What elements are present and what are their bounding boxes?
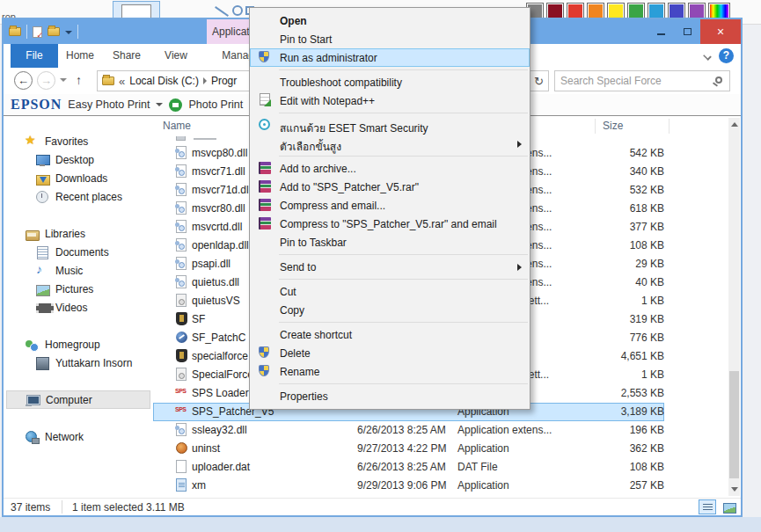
new-folder-icon[interactable] <box>48 27 60 36</box>
details-view-button[interactable] <box>699 499 716 514</box>
photo-print-button[interactable]: Photo Print <box>188 98 243 111</box>
tab-view[interactable]: View <box>151 44 201 68</box>
sidebar-item-computer[interactable]: Computer <box>6 390 150 409</box>
folder-icon[interactable] <box>9 27 21 36</box>
sidebar-item-label: Pictures <box>55 283 93 295</box>
file-name: SPS Loader <box>192 387 249 399</box>
back-button[interactable]: ← <box>14 71 33 90</box>
epson-dropdown-chevron-icon[interactable] <box>156 103 163 106</box>
file-row-xm[interactable]: xm9/29/2013 9:06 PMApplication257 KB <box>153 477 730 495</box>
menu-item-compress-to-sps-patcher-v5-rar-and-email[interactable]: Compress to "SPS_Patcher_V5.rar" and ema… <box>250 215 530 233</box>
menu-item-troubleshoot-compatibility[interactable]: Troubleshoot compatibility <box>250 73 530 91</box>
menu-item-edit-with-notepad[interactable]: Edit with Notepad++ <box>250 91 530 110</box>
menu-item-open[interactable]: Open <box>250 11 530 30</box>
menu-item-pin-to-start[interactable]: Pin to Start <box>250 30 530 48</box>
menu-item-item[interactable]: ตัวเลือกขั้นสูง <box>250 135 530 153</box>
column-header-name[interactable]: Name <box>163 120 191 132</box>
sidebar-item-yuttakarn-insorn[interactable]: Yuttakarn Insorn <box>4 353 153 372</box>
ellipse-tool-icon[interactable] <box>232 5 243 16</box>
sidebar-item-documents[interactable]: Documents <box>4 243 153 261</box>
tab-share[interactable]: Share <box>102 44 151 68</box>
file-row-ssleay32-dll[interactable]: ssleay32.dll6/26/2013 8:25 AMApplication… <box>153 421 730 440</box>
menu-item-eset-smart-security[interactable]: สแกนด้วย ESET Smart Security <box>250 116 530 135</box>
epson-toolbar-label[interactable]: Easy Photo Print <box>68 98 150 111</box>
recent-icon <box>35 190 49 204</box>
file-name: uploader.dat <box>192 461 250 473</box>
line-tool-icon[interactable] <box>215 6 229 17</box>
menu-item-cut[interactable]: Cut <box>250 282 530 301</box>
sidebar-item-desktop[interactable]: Desktop <box>4 150 153 169</box>
collapse-ribbon-chevron-icon[interactable] <box>703 52 712 61</box>
maximize-button[interactable] <box>674 19 700 44</box>
tab-home[interactable]: Home <box>58 44 102 68</box>
breadcrumb-disk[interactable]: Local Disk (C:) <box>129 75 199 87</box>
chevron-right-icon[interactable] <box>203 77 207 84</box>
file-name: msvcr80.dll <box>192 202 245 215</box>
config-file-icon <box>176 368 187 381</box>
file-size: 108 KB <box>567 461 664 473</box>
close-button[interactable]: × <box>700 19 741 44</box>
sidebar-item-pictures[interactable]: Pictures <box>4 280 153 298</box>
file-size: 362 KB <box>567 442 664 455</box>
tab-file[interactable]: File <box>11 44 58 68</box>
sidebar-item-recent-places[interactable]: Recent places <box>4 187 153 206</box>
search-box[interactable] <box>554 70 730 91</box>
submenu-arrow-icon <box>517 264 522 271</box>
sidebar-item-label: Yuttakarn Insorn <box>55 357 132 369</box>
maximize-icon <box>684 28 691 35</box>
sidebar-group-gap <box>4 409 153 427</box>
navigation-pane: FavoritesDesktopDownloadsRecent placesLi… <box>4 116 153 498</box>
sidebar-item-favorites[interactable]: Favorites <box>4 132 153 150</box>
minimize-button[interactable] <box>648 19 674 44</box>
menu-item-label: Pin to Start <box>280 33 332 46</box>
libraries-icon <box>25 227 39 241</box>
recent-locations-chevron-icon[interactable] <box>60 78 67 82</box>
sidebar-item-downloads[interactable]: Downloads <box>4 169 153 187</box>
vertical-scrollbar[interactable] <box>728 118 740 496</box>
menu-item-run-as-administrator[interactable]: Run as administrator <box>250 48 530 67</box>
menu-item-send-to[interactable]: Send to <box>250 258 530 276</box>
file-size: 2,553 KB <box>567 387 664 399</box>
column-header-size[interactable]: Size <box>603 120 623 132</box>
up-button[interactable]: ↑ <box>76 73 82 87</box>
menu-item-properties[interactable]: Properties <box>250 387 530 405</box>
menu-item-label: Copy <box>280 304 304 317</box>
menu-item-compress-and-email[interactable]: Compress and email... <box>250 196 530 215</box>
menu-item-label: Pin to Taskbar <box>280 237 347 249</box>
sidebar-item-videos[interactable]: Videos <box>4 298 153 317</box>
menu-separator <box>279 69 528 70</box>
chevron-left-icon[interactable]: « <box>119 75 125 88</box>
selection-size: 3.11 MB <box>146 501 185 514</box>
search-input[interactable] <box>560 73 706 89</box>
refresh-icon[interactable]: ↻ <box>534 75 544 88</box>
menu-item-copy[interactable]: Copy <box>250 301 530 319</box>
sidebar-item-libraries[interactable]: Libraries <box>4 224 153 243</box>
customize-qat-chevron-icon[interactable] <box>65 31 72 34</box>
menu-item-add-to-sps-patcher-v5-rar[interactable]: Add to "SPS_Patcher_V5.rar" <box>250 178 530 196</box>
properties-icon[interactable] <box>33 26 42 38</box>
breadcrumb-folder[interactable]: Progr <box>211 75 237 87</box>
menu-item-pin-to-taskbar[interactable]: Pin to Taskbar <box>250 233 530 251</box>
menu-item-add-to-archive[interactable]: Add to archive... <box>250 159 530 178</box>
help-button[interactable]: ? <box>719 48 734 63</box>
sidebar-item-homegroup[interactable]: Homegroup <box>4 335 153 353</box>
scroll-up-arrow-icon[interactable] <box>731 122 738 127</box>
scroll-down-arrow-icon[interactable] <box>731 487 738 492</box>
search-icon[interactable] <box>715 77 722 84</box>
file-row-uninst[interactable]: uninst9/27/2013 4:22 PMApplication362 KB <box>153 440 730 458</box>
menu-item-delete[interactable]: Delete <box>250 344 530 362</box>
clipboard-file-icon <box>176 478 187 492</box>
menu-item-create-shortcut[interactable]: Create shortcut <box>250 325 530 344</box>
file-size: 319 KB <box>567 313 664 325</box>
sidebar-item-music[interactable]: Music <box>4 261 153 280</box>
scrollbar-thumb[interactable] <box>729 371 739 478</box>
sidebar-item-network[interactable]: Network <box>4 427 153 446</box>
large-icons-view-button[interactable] <box>720 499 737 514</box>
column-divider[interactable] <box>595 119 596 134</box>
view-toggle-buttons <box>699 499 737 514</box>
file-row-uploader-dat[interactable]: uploader.dat6/26/2013 8:25 AMDAT File108… <box>153 458 730 477</box>
menu-item-rename[interactable]: Rename <box>250 362 530 381</box>
forward-button[interactable]: → <box>37 71 55 90</box>
menu-item-label: Delete <box>280 347 311 360</box>
column-divider[interactable] <box>669 119 670 134</box>
